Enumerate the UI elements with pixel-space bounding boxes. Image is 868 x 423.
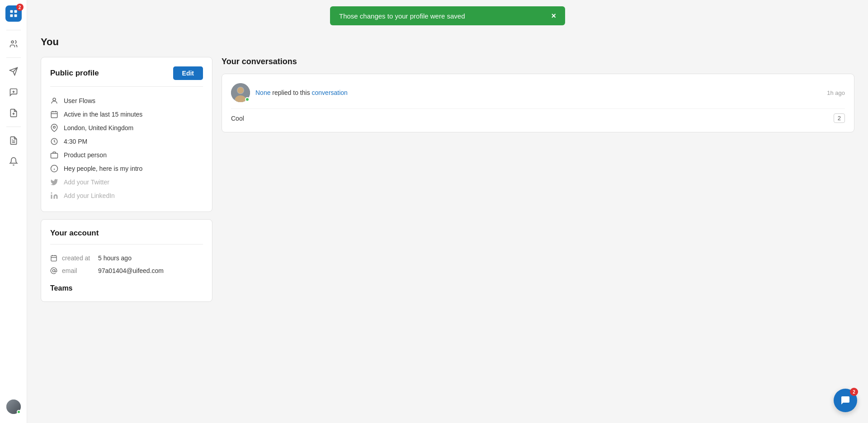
profile-location-item: London, United Kingdom — [50, 121, 203, 135]
public-profile-card: Public profile Edit User Flows — [41, 57, 212, 212]
conversation-text: None replied to this conversation — [255, 89, 348, 96]
twitter-icon — [50, 178, 58, 186]
conversation-meta: None replied to this conversation — [231, 83, 348, 102]
profile-name-text: User Flows — [64, 97, 95, 104]
account-calendar-icon — [50, 254, 57, 262]
sidebar-item-chat-plus[interactable] — [5, 83, 23, 101]
account-card-header: Your account — [50, 229, 203, 244]
svg-rect-1 — [14, 10, 17, 13]
svg-point-18 — [53, 126, 56, 128]
conversation-avatar-wrapper — [231, 83, 250, 102]
toast-notification: Those changes to your profile were saved… — [330, 6, 565, 25]
reply-count-badge: 2 — [834, 113, 845, 123]
profile-time-text: 4:30 PM — [64, 138, 87, 145]
toast-close-button[interactable]: × — [551, 12, 556, 20]
profile-role-text: Product person — [64, 151, 107, 159]
chat-widget-badge: 2 — [850, 388, 858, 396]
svg-rect-20 — [51, 153, 58, 158]
calendar-icon — [50, 110, 58, 118]
account-created-label: created at — [62, 254, 94, 262]
logo-badge: 2 — [16, 4, 24, 11]
sidebar-user-avatar[interactable] — [6, 400, 21, 414]
conversation-message: Cool — [231, 115, 244, 122]
account-email-item: email 97a01404@uifeed.com — [50, 264, 203, 277]
location-icon — [50, 124, 58, 132]
sidebar-divider-2 — [6, 57, 21, 58]
svg-point-4 — [11, 41, 14, 43]
conversation-header: None replied to this conversation 1h ago — [231, 83, 845, 102]
sidebar-item-paper-plane[interactable] — [5, 62, 23, 80]
profile-linkedin-item[interactable]: Add your LinkedIn — [50, 189, 203, 202]
edit-profile-button[interactable]: Edit — [173, 66, 203, 80]
briefcase-icon — [50, 151, 58, 159]
public-profile-title: Public profile — [50, 69, 99, 78]
left-column: Public profile Edit User Flows — [41, 57, 212, 414]
conversation-body: Cool 2 — [231, 108, 845, 123]
main-content: Those changes to your profile were saved… — [27, 0, 868, 423]
content-layout: Public profile Edit User Flows — [41, 57, 854, 414]
conversation-time: 1h ago — [827, 89, 845, 96]
account-created-item: created at 5 hours ago — [50, 252, 203, 264]
sidebar-divider-1 — [6, 30, 21, 30]
conversation-action-text: replied to this — [272, 89, 311, 96]
conversation-link[interactable]: conversation — [312, 89, 348, 96]
profile-twitter-item[interactable]: Add your Twitter — [50, 175, 203, 189]
at-sign-icon — [50, 267, 57, 274]
account-card-title: Your account — [50, 229, 99, 238]
profile-time-item: 4:30 PM — [50, 135, 203, 148]
avatar-online-indicator — [17, 410, 21, 414]
svg-point-13 — [53, 98, 56, 101]
toast-message: Those changes to your profile were saved — [339, 12, 465, 20]
svg-point-34 — [237, 87, 244, 94]
svg-rect-26 — [51, 256, 57, 261]
svg-rect-14 — [51, 112, 57, 118]
sidebar-item-notes[interactable] — [5, 132, 23, 150]
profile-linkedin-text: Add your LinkedIn — [64, 192, 115, 199]
conversation-online-indicator — [245, 97, 250, 102]
svg-point-30 — [52, 269, 55, 272]
conversations-section-title: Your conversations — [222, 57, 854, 66]
profile-intro-text: Hey people, here is my intro — [64, 165, 142, 172]
profile-name-item: User Flows — [50, 94, 203, 108]
sidebar-item-bell[interactable] — [5, 152, 23, 170]
page-title: You — [41, 36, 854, 48]
svg-rect-0 — [10, 10, 13, 13]
right-column: Your conversations — [222, 57, 854, 414]
sidebar-item-team[interactable] — [5, 35, 23, 53]
sidebar-divider-3 — [6, 127, 21, 127]
teams-title: Teams — [50, 284, 203, 292]
account-created-value: 5 hours ago — [98, 254, 132, 262]
sidebar-logo[interactable]: 2 — [5, 5, 22, 22]
profile-intro-item: Hey people, here is my intro — [50, 162, 203, 175]
profile-location-text: London, United Kingdom — [64, 124, 133, 132]
profile-twitter-text: Add your Twitter — [64, 179, 109, 186]
person-icon — [50, 97, 58, 105]
your-account-card: Your account created at 5 hours ago — [41, 219, 212, 302]
sidebar: 2 — [0, 0, 27, 423]
svg-point-25 — [51, 193, 52, 194]
clock-icon — [50, 137, 58, 146]
conversation-user-link[interactable]: None — [255, 89, 270, 96]
svg-rect-2 — [10, 14, 13, 17]
account-email-label: email — [62, 267, 94, 274]
account-email-value: 97a01404@uifeed.com — [98, 267, 164, 274]
card-header: Public profile Edit — [50, 66, 203, 87]
svg-rect-3 — [14, 14, 17, 17]
svg-rect-24 — [51, 195, 52, 199]
profile-role-item: Product person — [50, 148, 203, 162]
profile-activity-item: Active in the last 15 minutes — [50, 108, 203, 121]
chat-widget[interactable]: 2 — [834, 389, 857, 412]
sidebar-item-report-plus[interactable] — [5, 104, 23, 122]
info-icon — [50, 164, 58, 173]
linkedin-icon — [50, 192, 58, 200]
conversation-card: None replied to this conversation 1h ago… — [222, 74, 854, 132]
profile-activity-text: Active in the last 15 minutes — [64, 111, 142, 118]
